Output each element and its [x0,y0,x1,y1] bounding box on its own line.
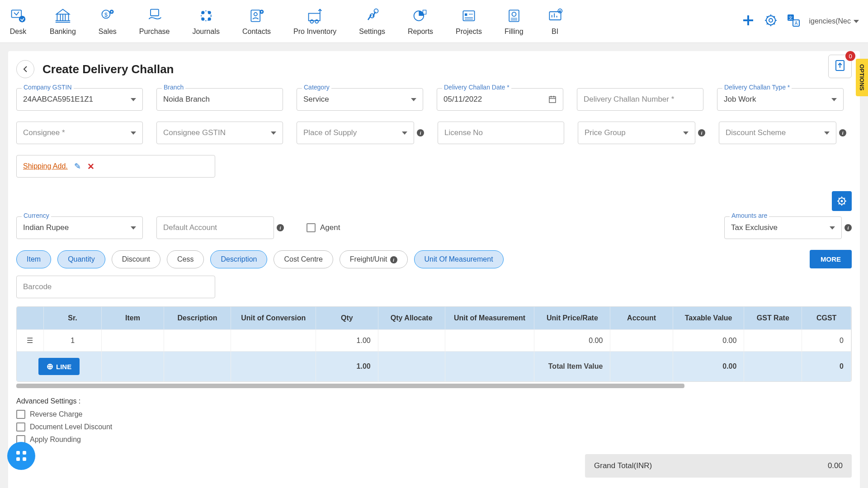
nav-purchase[interactable]: Purchase [139,7,170,36]
table-row[interactable]: ☰ 1 1.00 0.00 0.00 0 [17,330,851,352]
svg-rect-14 [308,14,320,21]
fab-button[interactable] [7,442,35,470]
nav-journals[interactable]: Journals [192,7,219,36]
currency-field[interactable]: CurrencyIndian Rupee [16,216,143,239]
branch-field[interactable]: BranchNoida Branch [156,88,283,111]
chip-freight[interactable]: Freight/Uniti [340,250,408,268]
checkbox-icon [307,223,316,232]
chevron-down-icon [131,226,136,230]
type-field[interactable]: Delivery Challan Type *Job Work [717,88,844,111]
purchase-icon [146,7,164,25]
nav-items: Desk Banking $Sales Purchase Journals Co… [9,7,564,36]
page-header: Create Delivery Challan [16,60,852,78]
nav-desk[interactable]: Desk [9,7,27,36]
info-icon[interactable]: i [839,129,846,136]
shipping-address[interactable]: Shipping Add. ✎ ✕ [16,155,215,178]
info-icon[interactable]: i [698,129,705,136]
svg-text:文: 文 [788,15,793,20]
projects-icon [460,7,478,25]
contacts-icon [248,7,266,25]
license-field[interactable]: License No [438,122,564,144]
table-header: Sr. Item Description Unit of Conversion … [17,307,851,330]
chip-description[interactable]: Description [210,250,267,268]
svg-point-37 [841,200,843,202]
date-field[interactable]: Delivery Challan Date *05/11/2022 [437,88,563,111]
upload-icon [834,60,846,71]
back-button[interactable] [16,60,34,78]
upload-area[interactable]: 0 [828,55,852,78]
more-button[interactable]: MORE [810,250,852,268]
nav-reports[interactable]: Reports [408,7,433,36]
reverse-charge-checkbox[interactable]: Reverse Charge [16,410,112,419]
category-field[interactable]: CategoryService [297,88,423,111]
chevron-down-icon [824,131,830,135]
info-icon[interactable]: i [417,129,424,136]
shipping-link[interactable]: Shipping Add. [23,162,68,170]
info-icon[interactable]: i [277,224,284,231]
svg-point-9 [201,18,204,21]
company-gstin-field[interactable]: Company GSTIN24AABCA5951E1Z1 [16,88,143,111]
plus-icon[interactable] [741,14,755,29]
edit-icon[interactable]: ✎ [74,161,81,171]
nav-bi[interactable]: BI [546,7,564,36]
journals-icon [197,7,215,25]
svg-point-18 [374,9,378,13]
agent-checkbox[interactable]: Agent [307,216,340,239]
filling-icon [505,7,523,25]
number-field[interactable]: Delivery Challan Number * [577,88,703,111]
nav-contacts[interactable]: Contacts [242,7,271,36]
reports-icon [411,7,429,25]
svg-rect-38 [16,451,20,455]
pricegroup-field[interactable]: Price Group [578,122,695,144]
gear-icon[interactable] [764,14,778,29]
chip-discount[interactable]: Discount [112,250,160,268]
column-chips: Item Quantity Discount Cess Description … [16,250,852,268]
chevron-down-icon [402,131,407,135]
nav-settings[interactable]: Settings [359,7,385,36]
chip-item[interactable]: Item [16,250,51,268]
svg-rect-39 [23,451,26,455]
horizontal-scrollbar[interactable] [16,384,684,388]
options-tab[interactable]: OPTIONS [856,59,868,96]
chevron-down-icon [831,98,837,101]
nav-projects[interactable]: Projects [456,7,482,36]
svg-point-24 [512,12,516,16]
nav-filling[interactable]: Filling [505,7,524,36]
chevron-down-icon [854,20,859,23]
chevron-down-icon [131,98,136,101]
chip-quantity[interactable]: Quantity [57,250,105,268]
svg-rect-41 [23,457,26,461]
amounts-field[interactable]: Amounts areTax Exclusive [724,216,842,239]
chevron-down-icon [271,131,276,135]
svg-rect-22 [465,14,467,16]
translate-icon[interactable]: 文A [787,14,800,29]
svg-text:A: A [794,21,797,26]
add-line-button[interactable]: ⊕LINE [38,358,80,375]
chip-cess[interactable]: Cess [167,250,204,268]
nav-inventory[interactable]: Pro Inventory [293,7,336,36]
doc-discount-checkbox[interactable]: Document Level Discount [16,422,112,432]
chevron-down-icon [131,131,136,135]
remove-icon[interactable]: ✕ [87,161,94,172]
chip-costcentre[interactable]: Cost Centre [274,250,333,268]
grand-total: Grand Total(INR) 0.00 [585,454,852,478]
nav-sales[interactable]: $Sales [99,7,117,36]
svg-rect-40 [16,457,20,461]
total-row: ⊕LINE 1.00 Total Item Value 0.00 0 [17,352,851,382]
svg-point-29 [769,19,773,22]
company-selector[interactable]: igencies(Nec [809,17,859,25]
consignee-gstin-field[interactable]: Consignee GSTIN [156,122,283,144]
badge-count: 0 [845,51,855,61]
barcode-input[interactable]: Barcode [16,276,852,298]
consignee-field[interactable]: Consignee * [16,122,143,144]
row-handle[interactable]: ☰ [17,330,43,352]
nav-banking[interactable]: Banking [50,7,76,36]
account-field[interactable]: Default Account [156,216,274,239]
row-settings-button[interactable] [832,191,852,211]
chip-uom[interactable]: Unit Of Measurement [414,250,504,268]
info-icon[interactable]: i [844,224,852,231]
supply-field[interactable]: Place of Supply [297,122,414,144]
discount-field[interactable]: Discount Scheme [719,122,836,144]
apply-rounding-checkbox[interactable]: Apply Rounding [16,435,112,444]
page-title: Create Delivery Challan [42,62,174,76]
